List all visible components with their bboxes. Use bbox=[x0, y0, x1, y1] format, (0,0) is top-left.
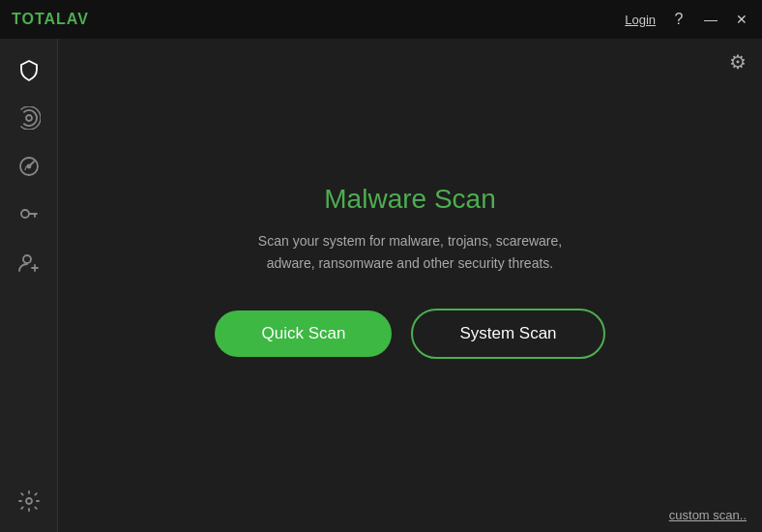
scan-description: Scan your system for malware, trojans, s… bbox=[258, 230, 562, 274]
add-user-icon bbox=[17, 251, 41, 275]
logo: TOTALAV bbox=[12, 11, 89, 28]
minimize-button[interactable]: — bbox=[702, 12, 719, 27]
sidebar-item-passwords[interactable] bbox=[8, 193, 50, 236]
svg-point-3 bbox=[21, 210, 29, 218]
help-icon[interactable]: ? bbox=[669, 11, 689, 28]
sidebar-item-privacy[interactable] bbox=[8, 97, 50, 139]
svg-point-5 bbox=[26, 498, 32, 504]
sidebar-item-protection[interactable] bbox=[8, 48, 50, 91]
fingerprint-icon bbox=[17, 106, 41, 130]
close-button[interactable]: ✕ bbox=[733, 12, 750, 27]
svg-point-4 bbox=[23, 255, 31, 263]
login-button[interactable]: Login bbox=[625, 13, 656, 27]
content-area: ⚙ Malware Scan Scan your system for malw… bbox=[58, 39, 762, 532]
shield-icon bbox=[17, 58, 41, 81]
settings-sidebar-icon bbox=[17, 489, 41, 513]
content-body: Malware Scan Scan your system for malwar… bbox=[58, 44, 762, 498]
sidebar bbox=[0, 39, 58, 532]
sidebar-item-settings[interactable] bbox=[8, 480, 50, 522]
app-name: TOTALAV bbox=[12, 11, 89, 28]
title-bar: TOTALAV Login ? — ✕ bbox=[0, 0, 762, 39]
key-icon bbox=[17, 203, 41, 226]
svg-point-0 bbox=[26, 115, 32, 121]
system-scan-button[interactable]: System Scan bbox=[411, 309, 604, 359]
sidebar-item-adduser[interactable] bbox=[8, 242, 50, 284]
quick-scan-button[interactable]: Quick Scan bbox=[215, 310, 392, 357]
main-layout: ⚙ Malware Scan Scan your system for malw… bbox=[0, 39, 762, 532]
sidebar-item-performance[interactable] bbox=[8, 145, 50, 188]
content-footer: custom scan.. bbox=[58, 498, 762, 532]
title-bar-controls: Login ? — ✕ bbox=[625, 11, 750, 28]
scan-title: Malware Scan bbox=[324, 184, 495, 215]
scan-buttons: Quick Scan System Scan bbox=[215, 309, 604, 359]
speedometer-icon bbox=[17, 155, 41, 178]
custom-scan-link[interactable]: custom scan.. bbox=[669, 508, 747, 522]
